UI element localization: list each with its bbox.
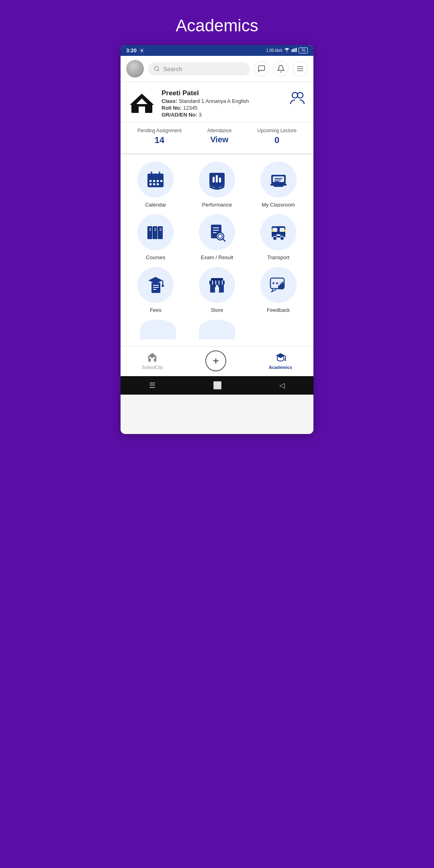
feedback-icon-circle: ★ ★ ★ [260, 267, 297, 303]
exam-result-icon-circle [199, 214, 235, 250]
attendance-value: View [207, 135, 232, 144]
grid-item-performance[interactable]: Performance [188, 162, 247, 208]
svg-point-6 [154, 66, 159, 71]
nav-add-button[interactable]: + [205, 350, 226, 371]
svg-rect-26 [160, 180, 162, 182]
grid-item-my-classroom[interactable]: My Classroom [249, 162, 308, 208]
svg-rect-75 [155, 283, 156, 285]
icon-grid-section: Calendar [121, 155, 313, 346]
nav-academics-label: Academics [269, 365, 292, 370]
svg-text:★: ★ [272, 281, 275, 285]
stat-lecture: Upcoming Lecture 0 [258, 128, 297, 145]
bottom-nav: SchoolCity + Academics [121, 346, 313, 376]
svg-rect-95 [149, 357, 151, 358]
svg-rect-36 [273, 176, 284, 182]
courses-icon-circle [137, 214, 174, 250]
svg-rect-2 [291, 49, 292, 52]
grid-item-courses[interactable]: Courses [126, 214, 185, 260]
svg-rect-32 [216, 175, 218, 182]
svg-point-77 [162, 285, 164, 287]
svg-rect-94 [151, 358, 154, 362]
svg-point-66 [280, 236, 284, 240]
student-gr: GR/AD/EN No: 3 [162, 112, 283, 118]
android-home[interactable]: ⬜ [213, 381, 222, 390]
android-back[interactable]: ◁ [279, 381, 285, 390]
svg-rect-43 [147, 226, 149, 239]
grid-item-fees[interactable]: Fees [126, 267, 185, 313]
svg-point-1 [287, 51, 287, 52]
calendar-icon-circle [137, 162, 174, 198]
profile-info: Preeti Patel Class: Standard 1 Annanya A… [162, 89, 283, 118]
student-name: Preeti Patel [162, 89, 283, 97]
svg-rect-38 [274, 186, 283, 187]
pending-label: Pending Assignment [137, 128, 181, 133]
lecture-value: 0 [258, 135, 297, 145]
svg-rect-47 [158, 226, 159, 239]
svg-rect-37 [270, 184, 287, 186]
icon-grid: Calendar [125, 162, 309, 313]
svg-rect-3 [293, 49, 294, 52]
performance-label: Performance [202, 202, 232, 208]
stats-row: Pending Assignment 14 Attendance View Up… [121, 122, 313, 155]
profile-section: Preeti Patel Class: Standard 1 Annanya A… [121, 82, 313, 122]
android-nav: ☰ ⬜ ◁ [121, 376, 313, 395]
courses-label: Courses [146, 254, 165, 260]
status-bar: 3:20 1.00 kb/s 70 [121, 45, 313, 56]
page-title: Academics [108, 0, 326, 45]
svg-line-60 [223, 239, 225, 241]
search-placeholder: Search [163, 66, 182, 72]
svg-rect-88 [278, 285, 280, 289]
messages-button[interactable] [254, 61, 269, 76]
svg-rect-69 [284, 229, 285, 232]
feedback-label: Feedback [267, 307, 290, 313]
svg-marker-93 [147, 353, 157, 357]
nav-academics[interactable]: Academics [269, 352, 292, 370]
svg-point-0 [141, 49, 143, 51]
avatar [126, 60, 144, 78]
grid-item-feedback[interactable]: ★ ★ ★ Feedback [249, 267, 308, 313]
svg-rect-68 [272, 229, 273, 232]
svg-rect-23 [149, 180, 151, 182]
svg-rect-86 [211, 278, 223, 280]
svg-marker-74 [148, 277, 163, 283]
app-header: Search [121, 56, 313, 82]
fees-label: Fees [150, 307, 162, 313]
svg-rect-25 [157, 180, 159, 182]
svg-rect-14 [139, 106, 145, 113]
profile-icon [289, 89, 306, 107]
search-bar[interactable]: Search [148, 62, 250, 76]
notifications-button[interactable] [273, 61, 289, 76]
status-icons: 1.00 kb/s 70 [266, 47, 308, 53]
store-icon-circle [199, 267, 235, 303]
lecture-label: Upcoming Lecture [258, 128, 297, 133]
svg-rect-4 [294, 48, 295, 52]
svg-rect-27 [149, 183, 151, 185]
svg-rect-84 [215, 287, 219, 293]
grid-item-transport[interactable]: Transport [249, 214, 308, 260]
partial-icons-row [125, 313, 309, 340]
svg-rect-5 [296, 48, 297, 52]
grid-item-calendar[interactable]: Calendar [126, 162, 185, 208]
stat-attendance[interactable]: Attendance View [207, 128, 232, 145]
store-label: Store [211, 307, 223, 313]
nav-schoolcity-label: SchoolCity [142, 365, 163, 370]
grid-item-store[interactable]: Store [188, 267, 247, 313]
svg-point-34 [214, 185, 220, 188]
svg-rect-24 [153, 180, 155, 182]
menu-button[interactable] [293, 61, 308, 76]
svg-point-59 [218, 234, 222, 238]
grid-item-exam-result[interactable]: Exam / Result [188, 214, 247, 260]
transport-icon-circle [260, 214, 297, 250]
svg-point-99 [285, 359, 286, 361]
attendance-label: Attendance [207, 128, 232, 133]
partial-icon-2 [199, 319, 235, 340]
status-time: 3:20 [126, 47, 145, 53]
student-roll: Roll No: 12345 [162, 105, 283, 111]
android-menu[interactable]: ☰ [149, 381, 156, 390]
nav-schoolcity[interactable]: SchoolCity [142, 352, 163, 370]
stat-pending: Pending Assignment 14 [137, 128, 181, 145]
svg-point-65 [273, 236, 277, 240]
svg-rect-67 [276, 234, 280, 236]
student-class: Class: Standard 1 Annanya A English [162, 98, 283, 104]
partial-icon-1 [140, 319, 176, 340]
